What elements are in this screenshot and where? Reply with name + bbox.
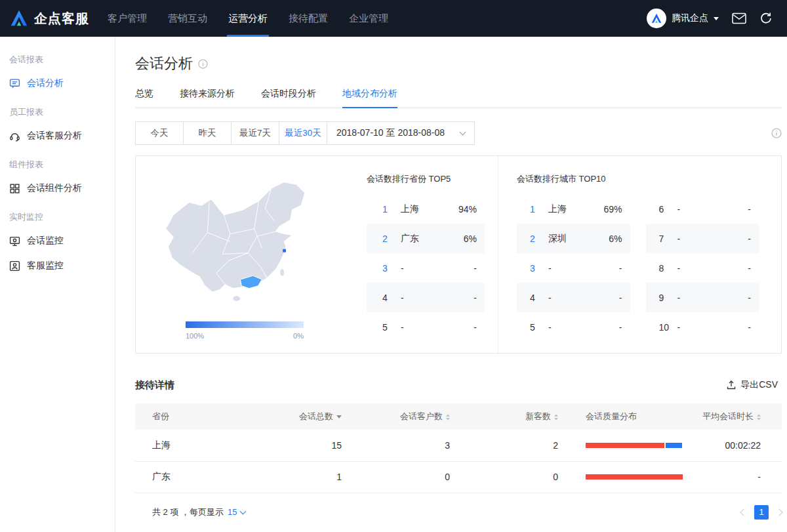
brand-name: 企点客服 bbox=[34, 10, 89, 28]
nav-marketing[interactable]: 营销互动 bbox=[157, 0, 218, 37]
map-region-taiwan bbox=[280, 269, 285, 277]
range-7days-button[interactable]: 最近7天 bbox=[231, 121, 279, 145]
sidebar-item-agent-analysis[interactable]: 会话客服分析 bbox=[0, 123, 115, 148]
sort-icon[interactable] bbox=[757, 414, 761, 420]
chat-icon bbox=[9, 78, 20, 89]
china-map[interactable] bbox=[154, 171, 344, 317]
topbar-right: 腾讯企点 bbox=[647, 9, 773, 28]
rank-number: 1 bbox=[382, 204, 401, 215]
logout-icon bbox=[759, 12, 773, 25]
rank-number: 4 bbox=[530, 293, 548, 303]
rank-name: - bbox=[548, 263, 619, 274]
next-page-button[interactable] bbox=[775, 508, 782, 516]
date-range-value: 2018-07-10 至 2018-08-08 bbox=[336, 127, 445, 139]
col-avg-duration[interactable]: 平均会话时长 bbox=[693, 403, 782, 430]
rank-value: - bbox=[619, 263, 622, 274]
quality-segment-bad bbox=[586, 474, 683, 480]
rank-value: - bbox=[748, 263, 751, 274]
col-province: 省份 bbox=[135, 403, 276, 430]
cell-new-customers: 0 bbox=[450, 461, 558, 493]
city-rank-title: 会话数排行城市 TOP10 bbox=[517, 173, 759, 185]
city-rank: 会话数排行城市 TOP10 1 上海 69% 2 深圳 6% bbox=[498, 156, 781, 353]
rank-name: 上海 bbox=[401, 203, 458, 215]
range-today-button[interactable]: 今天 bbox=[135, 121, 184, 145]
province-rank-title: 会话数排行省份 TOP5 bbox=[367, 173, 485, 185]
rank-number: 4 bbox=[382, 293, 401, 303]
cell-quality-distribution bbox=[558, 430, 693, 461]
sort-icon[interactable] bbox=[446, 414, 450, 420]
quality-bar bbox=[586, 474, 683, 480]
nav-enterprise-management[interactable]: 企业管理 bbox=[338, 0, 399, 37]
sort-icon[interactable] bbox=[554, 414, 558, 420]
map-region-hainan bbox=[233, 296, 241, 302]
sidebar-item-component-analysis[interactable]: 会话组件分析 bbox=[0, 176, 115, 201]
account-menu[interactable]: 腾讯企点 bbox=[647, 9, 719, 28]
quality-segment-good bbox=[666, 443, 682, 448]
rank-name: - bbox=[677, 293, 748, 303]
qidian-logo-icon bbox=[9, 9, 29, 28]
app-body: 会话报表 会话分析 员工报表 会话客服分析 组件报表 bbox=[0, 37, 787, 532]
brand[interactable]: 企点客服 bbox=[9, 9, 89, 28]
sidebar-item-label: 会话客服分析 bbox=[27, 130, 82, 142]
col-new-customers[interactable]: 新客数 bbox=[450, 403, 558, 430]
range-30days-button[interactable]: 最近30天 bbox=[279, 121, 327, 145]
rank-name: - bbox=[677, 204, 748, 215]
province-rank: 会话数排行省份 TOP5 1 上海 94% 2 广东 6% 3 - - 4 bbox=[367, 156, 498, 353]
quality-bar bbox=[586, 443, 683, 448]
sidebar-item-session-monitor[interactable]: 会话监控 bbox=[0, 228, 115, 253]
info-icon[interactable] bbox=[771, 128, 782, 138]
tab-overview[interactable]: 总览 bbox=[135, 88, 153, 108]
legend-min-label: 0% bbox=[293, 332, 304, 340]
rank-number: 8 bbox=[659, 263, 677, 274]
rank-row: 3 - - bbox=[517, 253, 630, 283]
person-badge-icon bbox=[9, 260, 20, 272]
col-session-customers[interactable]: 会话客户数 bbox=[342, 403, 450, 430]
rank-name: - bbox=[548, 322, 619, 333]
sort-desc-icon[interactable] bbox=[336, 415, 342, 419]
page-size-dropdown[interactable]: 15 bbox=[228, 507, 245, 517]
rank-value: - bbox=[474, 322, 477, 333]
tab-reception-source[interactable]: 接待来源分析 bbox=[180, 88, 235, 108]
rank-value: - bbox=[748, 204, 751, 215]
sidebar-item-session-analysis[interactable]: 会话分析 bbox=[0, 71, 115, 96]
rank-name: 广东 bbox=[401, 233, 464, 245]
rank-row: 10 - - bbox=[646, 312, 759, 342]
map-marker-shanghai[interactable] bbox=[283, 249, 286, 253]
info-icon[interactable] bbox=[198, 59, 208, 69]
tab-session-period[interactable]: 会话时段分析 bbox=[261, 88, 316, 108]
sidebar-item-agent-monitor[interactable]: 客服监控 bbox=[0, 253, 115, 278]
qidian-avatar-icon bbox=[651, 12, 662, 24]
sidebar-group-realtime-monitor: 实时监控 bbox=[0, 201, 115, 228]
rank-value: - bbox=[474, 293, 477, 303]
prev-page-button[interactable] bbox=[740, 508, 747, 516]
date-range-picker[interactable]: 2018-07-10 至 2018-08-08 bbox=[327, 121, 475, 145]
rank-row: 1 上海 94% bbox=[367, 194, 485, 224]
col-total-sessions[interactable]: 会话总数 bbox=[276, 403, 342, 430]
nav-operation-analysis[interactable]: 运营分析 bbox=[218, 0, 278, 37]
rank-row: 2 深圳 6% bbox=[517, 224, 630, 253]
topbar: 企点客服 客户管理 营销互动 运营分析 接待配置 企业管理 腾讯企点 bbox=[0, 0, 787, 37]
rank-value: - bbox=[748, 293, 751, 303]
rank-number: 2 bbox=[530, 234, 548, 244]
sidebar-item-label: 会话监控 bbox=[27, 235, 64, 247]
rank-value: - bbox=[619, 322, 622, 333]
logout-button[interactable] bbox=[759, 12, 773, 25]
main-content: 会话分析 总览 接待来源分析 会话时段分析 地域分布分析 今天 昨天 最近7天 … bbox=[115, 37, 787, 532]
export-csv-button[interactable]: 导出CSV bbox=[722, 379, 782, 392]
sidebar-group-staff-reports: 员工报表 bbox=[0, 96, 115, 123]
nav-customer-management[interactable]: 客户管理 bbox=[97, 0, 157, 37]
rank-number: 3 bbox=[530, 263, 548, 274]
sidebar-item-label: 客服监控 bbox=[27, 260, 64, 272]
rank-value: - bbox=[748, 322, 751, 333]
nav-reception-config[interactable]: 接待配置 bbox=[278, 0, 338, 37]
page-number[interactable]: 1 bbox=[754, 505, 769, 520]
rank-value: 69% bbox=[603, 204, 622, 215]
range-yesterday-button[interactable]: 昨天 bbox=[183, 121, 232, 145]
mail-button[interactable] bbox=[732, 12, 746, 24]
component-icon bbox=[9, 183, 20, 194]
rank-name: - bbox=[401, 293, 474, 303]
top-nav: 客户管理 营销互动 运营分析 接待配置 企业管理 bbox=[97, 0, 399, 37]
rank-row: 5 - - bbox=[367, 312, 485, 342]
tab-region-distribution[interactable]: 地域分布分析 bbox=[342, 88, 397, 108]
monitor-icon bbox=[9, 235, 20, 247]
